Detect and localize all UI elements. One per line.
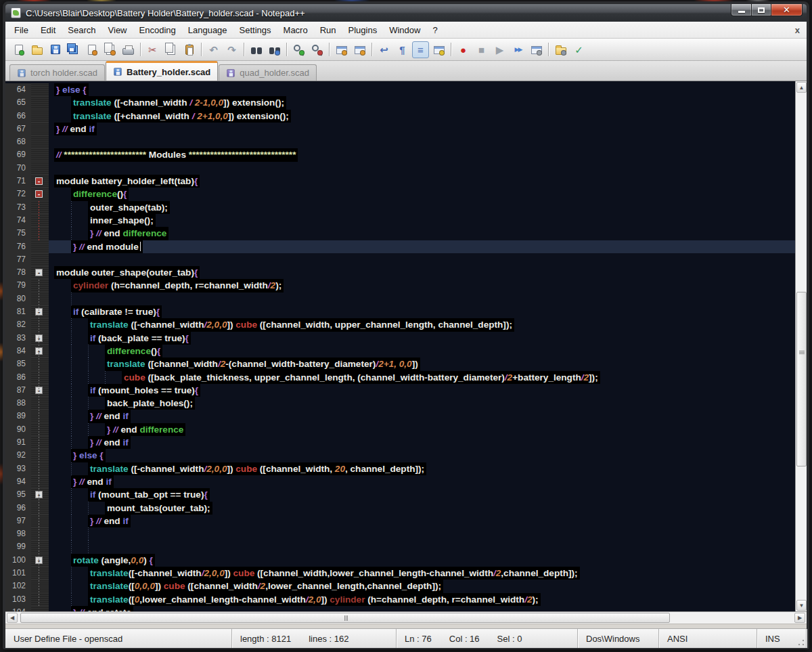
code-text[interactable] — [49, 527, 795, 540]
menu-file[interactable]: File — [8, 23, 35, 37]
code-line-90[interactable]: 90} // end difference — [5, 423, 795, 436]
line-number[interactable]: 100 — [5, 554, 31, 567]
code-text[interactable]: } else { — [49, 449, 795, 462]
find-button[interactable] — [248, 41, 265, 58]
code-line-73[interactable]: 73outer_shape(tab); — [5, 201, 795, 214]
line-number[interactable]: 81 — [5, 305, 31, 318]
code-line-64[interactable]: 64} else { — [5, 83, 795, 96]
code-line-103[interactable]: 103translate([0,lower_channel_length-cha… — [5, 593, 795, 606]
line-number[interactable]: 89 — [5, 410, 31, 422]
fold-margin[interactable]: - — [31, 175, 49, 188]
menu-settings[interactable]: Settings — [233, 23, 277, 37]
code-line-71[interactable]: 71-module battery_holder_left(tab){ — [5, 175, 795, 188]
code-line-78[interactable]: 78-module outer_shape(outer_tab){ — [5, 266, 795, 279]
code-text[interactable] — [49, 540, 795, 553]
code-text[interactable]: } // end if — [49, 436, 795, 449]
fold-margin[interactable]: - — [31, 266, 49, 279]
line-number[interactable]: 75 — [5, 227, 31, 240]
spell-check-button[interactable]: ✓ — [570, 41, 587, 58]
line-number[interactable]: 70 — [5, 162, 31, 175]
menu-window[interactable]: Window — [383, 23, 426, 37]
close-file-button[interactable] — [83, 41, 100, 58]
close-button[interactable]: ✕ — [771, 4, 803, 16]
scroll-right-arrow[interactable]: ▶ — [794, 613, 805, 623]
code-line-86[interactable]: 86cube ([back_plate_thickness, upper_cha… — [5, 371, 795, 384]
fold-margin[interactable]: - — [31, 384, 49, 397]
code-text[interactable] — [49, 253, 795, 266]
line-number[interactable]: 73 — [5, 201, 31, 214]
line-number[interactable]: 74 — [5, 214, 31, 227]
document-switcher-button[interactable] — [552, 41, 569, 58]
code-line-87[interactable]: 87-if (mount_holes == true){ — [5, 384, 795, 397]
fold-margin[interactable]: - — [31, 332, 49, 345]
line-number[interactable]: 69 — [5, 148, 31, 161]
save-all-button[interactable] — [65, 41, 82, 58]
code-text[interactable]: module battery_holder_left(tab){ — [49, 175, 795, 188]
code-text[interactable]: mount_tabs(outer_tab); — [49, 502, 795, 515]
code-line-85[interactable]: 85translate ([channel_width/2-(channel_w… — [5, 357, 795, 370]
code-line-99[interactable]: 99 — [5, 540, 795, 553]
code-text[interactable]: outer_shape(tab); — [49, 201, 795, 214]
fold-collapse-marker[interactable]: - — [35, 190, 43, 198]
code-line-74[interactable]: 74inner_shape(); — [5, 214, 795, 227]
macro-run-multiple-button[interactable]: ▶▶ — [510, 41, 526, 58]
code-text[interactable]: } // end if — [49, 123, 795, 135]
menu-language[interactable]: Language — [182, 23, 233, 37]
line-number[interactable]: 83 — [5, 332, 31, 345]
code-line-70[interactable]: 70 — [5, 162, 795, 175]
code-text[interactable]: translate ([-channel_width/2,0,0]) cube … — [49, 462, 795, 475]
cut-button[interactable]: ✂ — [144, 41, 161, 58]
code-line-102[interactable]: 102translate([0,0,0]) cube ([channel_wid… — [5, 580, 795, 592]
user-defined-language-dialog-button[interactable] — [430, 41, 447, 58]
title-bar[interactable]: C:\Users\Blair\Desktop\Battery Holder\Ba… — [5, 4, 807, 22]
macro-save-button[interactable] — [528, 41, 545, 58]
line-number[interactable]: 77 — [5, 253, 31, 266]
code-line-69[interactable]: 69// *********************** Modules ***… — [5, 148, 795, 161]
vertical-scroll-thumb[interactable] — [796, 292, 807, 466]
line-number[interactable]: 88 — [5, 397, 31, 410]
code-text[interactable] — [49, 162, 795, 175]
menu-search[interactable]: Search — [62, 23, 102, 37]
paste-button[interactable] — [181, 41, 198, 58]
code-line-104[interactable]: 104} // end rotate — [5, 606, 795, 611]
line-number[interactable]: 84 — [5, 345, 31, 357]
code-line-77[interactable]: 77 — [5, 253, 795, 266]
fold-margin[interactable]: - — [31, 345, 49, 357]
menu-run[interactable]: Run — [314, 23, 342, 37]
code-text[interactable]: cylinder (h=channel_depth, r=channel_wid… — [49, 279, 795, 292]
line-number[interactable]: 91 — [5, 436, 31, 449]
code-text[interactable]: if (mount_tab_opt == true){ — [49, 488, 795, 501]
code-text[interactable] — [49, 135, 795, 148]
line-number[interactable]: 103 — [5, 593, 31, 606]
scroll-left-arrow[interactable]: ◀ — [7, 613, 18, 623]
open-file-button[interactable] — [28, 41, 45, 58]
code-text[interactable]: } // end if — [49, 515, 795, 527]
line-number[interactable]: 93 — [5, 462, 31, 475]
line-number[interactable]: 65 — [5, 96, 31, 109]
menu-macro[interactable]: Macro — [277, 23, 314, 37]
fold-margin[interactable]: - — [31, 305, 49, 318]
code-text[interactable]: back_plate_holes(); — [49, 397, 795, 410]
line-number[interactable]: 99 — [5, 540, 31, 553]
code-line-75[interactable]: 75} // end difference — [5, 227, 795, 240]
code-line-84[interactable]: 84-difference(){ — [5, 345, 795, 357]
scroll-down-arrow[interactable]: ▼ — [796, 600, 807, 611]
line-number[interactable]: 78 — [5, 266, 31, 279]
fold-margin[interactable]: - — [31, 188, 49, 200]
code-text[interactable]: if (back_plate == true){ — [49, 332, 795, 345]
macro-stop-button[interactable]: ■ — [473, 41, 490, 58]
show-all-characters-button[interactable]: ¶ — [394, 41, 411, 58]
tab-quad-holder-scad[interactable]: quad_holder.scad — [219, 64, 317, 81]
code-text[interactable]: translate([-channel_width/2,0,0]) cube (… — [49, 567, 795, 580]
close-all-button[interactable] — [102, 41, 118, 58]
code-line-96[interactable]: 96mount_tabs(outer_tab); — [5, 502, 795, 515]
redo-button[interactable]: ↷ — [223, 41, 240, 58]
code-line-97[interactable]: 97} // end if — [5, 515, 795, 527]
code-text[interactable]: } // end difference — [49, 227, 795, 240]
save-file-button[interactable] — [47, 41, 64, 58]
code-line-91[interactable]: 91} // end if — [5, 436, 795, 449]
code-line-83[interactable]: 83-if (back_plate == true){ — [5, 332, 795, 345]
line-number[interactable]: 85 — [5, 357, 31, 370]
code-line-95[interactable]: 95-if (mount_tab_opt == true){ — [5, 488, 795, 501]
vertical-scrollbar[interactable]: ▲ ▼ — [795, 81, 807, 611]
